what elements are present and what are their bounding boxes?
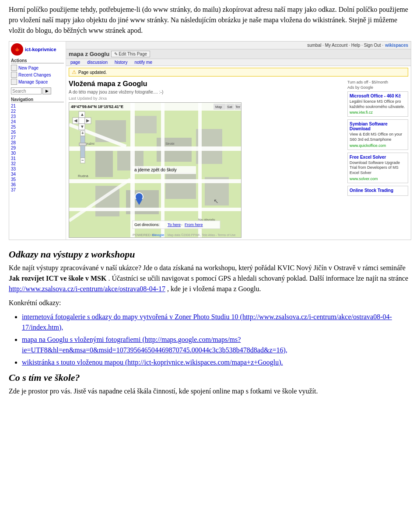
warning-icon: ⚠: [72, 69, 77, 75]
wiki-sidebar: 🍁 ict-koprivnice Actions New Page Recent…: [9, 42, 66, 240]
top-bar-user: sumbal · My Account · Help · Sign Out ·: [307, 43, 383, 48]
nav-link-31[interactable]: 31: [11, 156, 64, 161]
svg-text:a jdeme zpět do školy: a jdeme zpět do školy: [134, 167, 177, 172]
svg-text:Google: Google: [152, 233, 164, 237]
list-item-1: mapa na Googlu s vloženými fotografiemi …: [22, 334, 411, 355]
nav-link-30[interactable]: 30: [11, 151, 64, 156]
ad-3-title[interactable]: Free Excel Solver: [350, 155, 406, 160]
nav-label: Navigation: [11, 97, 64, 102]
ads-turn-off[interactable]: Turn ads off - $5/month: [347, 80, 408, 84]
svg-rect-42: [80, 136, 85, 158]
action-manage-space[interactable]: Manage Space: [11, 79, 64, 85]
svg-rect-11: [69, 146, 242, 151]
action-recent-label: Recent Changes: [18, 73, 51, 77]
wiki-screenshot: 🍁 ict-koprivnice Actions New Page Recent…: [9, 41, 411, 240]
nav-link-29[interactable]: 29: [11, 146, 64, 150]
wiki-content-area: Vložená mapa z Googlu A do této mapy jso…: [66, 78, 411, 240]
nav-link-34[interactable]: 34: [11, 172, 64, 177]
wiki-page-header: mapa z Googlu ✎ Edit This Page: [66, 49, 411, 59]
svg-rect-43: [79, 143, 86, 146]
ad-2[interactable]: Symbian Software Download View & Edit MS…: [347, 119, 408, 150]
ad-1-body: Legální licence MS Office pro každého so…: [350, 99, 406, 109]
nav-link-33[interactable]: 33: [11, 167, 64, 171]
actions-label: Actions: [11, 58, 64, 63]
wiki-page-desc: A do této mapy jsou zase vloženy fotogra…: [69, 90, 345, 94]
ad-1[interactable]: Microsoft Office - 460 Kč Legální licenc…: [347, 91, 408, 117]
list-item-0: internetová fotogalerie s odkazy do mapy…: [22, 312, 411, 333]
action-recent-changes[interactable]: Recent Changes: [11, 72, 64, 78]
edit-page-button[interactable]: ✎ Edit This Page: [111, 51, 150, 57]
edit-button-label: Edit This Page: [119, 52, 147, 56]
ad-2-title[interactable]: Symbian Software Download: [350, 122, 406, 131]
ad-1-title[interactable]: Microsoft Office - 460 Kč: [350, 94, 406, 98]
wiki-top-bar-right: sumbal · My Account · Help · Sign Out · …: [307, 43, 408, 48]
nav-links: 21 22 23 24 25 26 27 28 29 30 31 32 33 3…: [11, 104, 64, 193]
svg-rect-9: [165, 173, 196, 199]
svg-text:◀: ◀: [74, 118, 77, 123]
svg-text:+: +: [81, 131, 84, 136]
svg-text:Sirobi: Sirobi: [165, 142, 175, 146]
ad-4[interactable]: Online Stock Trading: [347, 186, 408, 196]
tab-notify-me[interactable]: notify me: [133, 59, 154, 66]
svg-text:Map data ©2008 PPWK, Tele Atla: Map data ©2008 PPWK, Tele Atlas - Terms …: [168, 233, 236, 237]
wiki-last-updated: Last Updated by Jirxa: [69, 96, 345, 101]
svg-text:▼: ▼: [80, 124, 84, 129]
links-list: internetová fotogalerie s odkazy do mapy…: [22, 312, 411, 368]
nav-link-22[interactable]: 22: [11, 109, 64, 114]
svg-rect-12: [69, 179, 242, 183]
ads-by-google: Ads by Google: [347, 85, 408, 90]
svg-rect-13: [69, 208, 242, 211]
svg-text:Get directions:: Get directions:: [134, 223, 160, 227]
nav-link-37[interactable]: 37: [11, 188, 64, 192]
link-2[interactable]: wikistránka s touto vloženou mapou (http…: [22, 358, 283, 366]
ad-4-title[interactable]: Online Stock Trading: [350, 188, 406, 193]
search-button[interactable]: ▶: [42, 87, 51, 94]
wiki-main: sumbal · My Account · Help · Sign Out · …: [66, 42, 411, 240]
map-svg: Okružní Rudná Sirobi Na obvodu 49°47'59.…: [69, 103, 242, 238]
wikispaces-label: wikispaces: [385, 43, 408, 48]
nav-link-32[interactable]: 32: [11, 161, 64, 166]
action-new-page[interactable]: New Page: [11, 65, 64, 71]
svg-text:▶: ▶: [86, 118, 90, 123]
nav-link-35[interactable]: 35: [11, 177, 64, 182]
search-input[interactable]: [11, 87, 42, 94]
svg-text:↖: ↖: [214, 198, 219, 205]
map-embed: Okružní Rudná Sirobi Na obvodu 49°47'59.…: [69, 102, 242, 238]
tab-discussion[interactable]: discussion: [85, 59, 109, 66]
wiki-logo-icon: 🍁: [11, 43, 23, 56]
workshop-bold: Jak rozvíjet ICT ve škole v MSK: [9, 275, 106, 282]
workshop-link[interactable]: http://www.zsalsova.cz/i-centrum/akce/os…: [9, 285, 165, 292]
wiki-map-section: Vložená mapa z Googlu A do této mapy jso…: [69, 80, 345, 238]
link-1[interactable]: mapa na Googlu s vloženými fotografiemi …: [22, 336, 287, 354]
ad-3[interactable]: Free Excel Solver Download Software Upgr…: [347, 153, 408, 183]
tab-history[interactable]: history: [113, 59, 129, 66]
nav-link-28[interactable]: 28: [11, 140, 64, 145]
ad-1-url: www.i4w.fi.cz: [350, 110, 406, 115]
manage-space-icon: [11, 79, 17, 85]
workshop-heading: Odkazy na výstupy z workshopu: [9, 249, 411, 260]
nav-link-24[interactable]: 24: [11, 119, 64, 124]
recent-changes-icon: [11, 72, 17, 78]
wiki-tabs: page discussion history notify me: [66, 59, 411, 66]
link-0[interactable]: internetová fotogalerie s odkazy do mapy…: [22, 313, 392, 331]
ad-3-body: Download Software Upgrade Trial from Dev…: [350, 160, 406, 176]
svg-rect-35: [79, 118, 85, 124]
ad-2-body: View & Edit MS Office on your S60 3rd ed…: [350, 132, 406, 142]
nav-link-26[interactable]: 26: [11, 130, 64, 135]
svg-rect-3: [95, 151, 113, 177]
konkretni-label: Konkrétní odkazy:: [9, 298, 411, 308]
search-box: ▶: [11, 87, 64, 94]
svg-text:49°47'59.64"N 18°15'52.41"E: 49°47'59.64"N 18°15'52.41"E: [71, 104, 123, 109]
nav-link-25[interactable]: 25: [11, 125, 64, 129]
wiki-page-heading: Vložená mapa z Googlu: [69, 80, 345, 88]
tab-page[interactable]: page: [69, 59, 82, 66]
nav-link-36[interactable]: 36: [11, 182, 64, 187]
nav-link-23[interactable]: 23: [11, 114, 64, 119]
nav-link-27[interactable]: 27: [11, 135, 64, 140]
wiki-top-bar: sumbal · My Account · Help · Sign Out · …: [66, 42, 411, 49]
new-page-icon: [11, 65, 17, 71]
svg-text:▲: ▲: [80, 112, 84, 117]
svg-text:From here: From here: [185, 223, 203, 227]
ve-skole-para: Zde je prostor pro vás. Jistě vás napadn…: [9, 386, 411, 397]
nav-link-21[interactable]: 21: [11, 104, 64, 108]
